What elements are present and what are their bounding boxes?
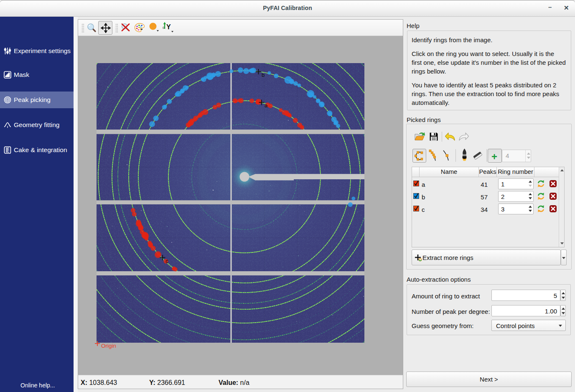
svg-text:Y: Y — [166, 23, 171, 31]
svg-text:b: b — [262, 72, 265, 78]
svg-text:c: c — [165, 258, 168, 264]
svg-text:Origin: Origin — [101, 343, 116, 349]
svg-text:a: a — [265, 102, 268, 109]
svg-text:0: 0 — [163, 26, 164, 29]
